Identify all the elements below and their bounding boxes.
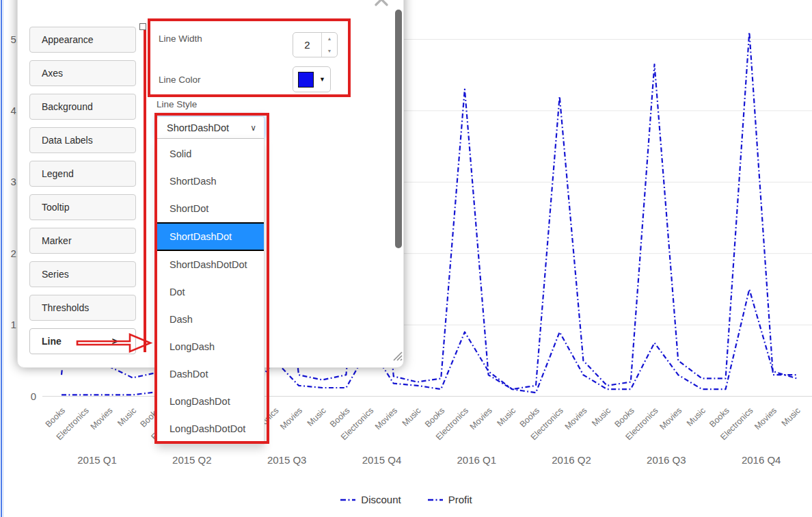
line-style-option-dashdot[interactable]: DashDot <box>157 360 264 388</box>
x-tick-label: Music <box>780 406 802 428</box>
x-tick-label: Movies <box>373 406 399 432</box>
sidebar-item-thresholds[interactable]: Thresholds <box>29 295 136 321</box>
sidebar-item-label: Data Labels <box>42 135 93 146</box>
quarter-label: 2016 Q3 <box>647 454 686 466</box>
chevron-down-icon: ∨ <box>250 123 256 133</box>
legend-label-profit: Profit <box>448 494 472 505</box>
line-style-dropdown: ShortDashDot ∨ SolidShortDashShortDotSho… <box>157 116 265 445</box>
profit-line-marker <box>427 497 444 503</box>
quarter-label: 2016 Q4 <box>742 454 781 466</box>
line-style-option-shortdot[interactable]: ShortDot <box>157 195 264 222</box>
x-tick-label: Movies <box>753 406 779 432</box>
quarter-label: 2015 Q1 <box>77 454 117 466</box>
legend-item-profit[interactable]: Profit <box>427 494 472 505</box>
sidebar-item-background[interactable]: Background <box>29 94 136 120</box>
legend-label-discount: Discount <box>361 494 401 505</box>
sidebar-item-label: Axes <box>42 68 63 79</box>
line-style-option-shortdash[interactable]: ShortDash <box>157 168 264 195</box>
x-tick-label: Music <box>590 406 612 428</box>
sidebar-item-series[interactable]: Series <box>29 261 136 287</box>
line-width-stepper[interactable]: 2 ▲ ▼ <box>293 32 338 57</box>
color-dropdown-caret-icon[interactable]: ▼ <box>319 76 325 83</box>
line-width-label: Line Width <box>159 34 202 44</box>
line-style-option-shortdashdotdot[interactable]: ShortDashDotDot <box>157 251 264 278</box>
line-color-swatch[interactable] <box>298 72 314 88</box>
x-tick-label: Music <box>495 406 517 428</box>
discount-line-marker <box>340 497 356 503</box>
sidebar-item-label: Legend <box>42 168 74 179</box>
line-style-option-longdashdot[interactable]: LongDashDot <box>157 388 264 415</box>
line-color-label: Line Color <box>159 75 201 85</box>
sidebar-item-label: Series <box>42 269 69 280</box>
x-tick-label: Movies <box>658 406 684 432</box>
line-style-select[interactable]: ShortDashDot ∨ <box>157 116 265 139</box>
panel-scrollbar-thumb[interactable] <box>395 10 402 248</box>
app-stage: 01,0002,0003,0004,0005,000BooksElectroni… <box>0 0 812 517</box>
sidebar-item-axes[interactable]: Axes <box>29 60 136 86</box>
sidebar-item-appearance[interactable]: Appearance <box>29 27 136 53</box>
line-color-picker[interactable]: ▼ <box>293 66 331 92</box>
line-style-selected-value: ShortDashDot <box>157 122 229 133</box>
sidebar-item-data-labels[interactable]: Data Labels <box>29 127 136 153</box>
sidebar-item-label: Marker <box>42 235 72 246</box>
sidebar-item-label: Tooltip <box>42 202 69 213</box>
x-tick-label: Music <box>685 406 707 428</box>
line-style-label: Line Style <box>157 99 197 109</box>
line-style-option-shortdashdot[interactable]: ShortDashDot <box>157 222 264 251</box>
submenu-indicator: > <box>112 336 118 347</box>
sidebar-item-label: Background <box>42 101 93 112</box>
quarter-label: 2015 Q4 <box>362 454 402 466</box>
x-tick-label: Music <box>306 406 328 428</box>
x-tick-label: Music <box>401 406 423 428</box>
x-tick-label: Music <box>116 406 138 428</box>
sidebar-item-line[interactable]: Line> <box>29 328 136 354</box>
line-width-value[interactable]: 2 <box>293 33 322 57</box>
scroll-up-chevron-icon[interactable] <box>374 0 389 6</box>
x-tick-label: Movies <box>563 406 589 432</box>
quarter-label: 2015 Q2 <box>172 454 212 466</box>
quarter-label: 2016 Q2 <box>552 454 591 466</box>
line-width-decrease-button[interactable]: ▼ <box>322 45 337 57</box>
settings-sidebar: AppearanceAxesBackgroundData LabelsLegen… <box>29 27 136 354</box>
line-style-option-dot[interactable]: Dot <box>157 278 264 306</box>
sidebar-item-label: Appearance <box>42 34 94 45</box>
sidebar-item-tooltip[interactable]: Tooltip <box>29 194 136 220</box>
x-tick-label: Movies <box>468 406 494 432</box>
sidebar-item-marker[interactable]: Marker <box>29 228 136 254</box>
line-style-options-list: SolidShortDashShortDotShortDashDotShortD… <box>157 139 265 445</box>
y-tick-label: 0 <box>31 390 36 402</box>
line-width-increase-button[interactable]: ▲ <box>322 33 337 45</box>
line-style-option-longdashdotdot[interactable]: LongDashDotDot <box>157 415 264 442</box>
line-style-option-longdash[interactable]: LongDash <box>157 333 264 360</box>
x-tick-label: Movies <box>89 406 115 432</box>
line-style-option-solid[interactable]: Solid <box>157 140 264 168</box>
chart-legend: Discount Profit <box>0 494 812 505</box>
panel-resize-grip[interactable] <box>391 349 403 362</box>
quarter-label: 2015 Q3 <box>267 454 307 466</box>
line-style-option-dash[interactable]: Dash <box>157 306 264 333</box>
x-tick-label: Movies <box>278 406 304 432</box>
quarter-label: 2016 Q1 <box>457 454 496 466</box>
sidebar-item-label: Line <box>42 336 62 347</box>
legend-item-discount[interactable]: Discount <box>340 494 401 505</box>
sidebar-item-label: Thresholds <box>42 302 89 313</box>
sidebar-item-legend[interactable]: Legend <box>29 161 136 187</box>
